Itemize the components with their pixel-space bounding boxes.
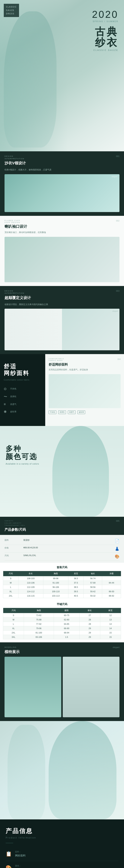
table-row: 2XL81-10068-942915 <box>3 631 121 635</box>
model-img-2 <box>63 657 120 717</box>
col-shoulder: 肩宽 <box>68 571 84 576</box>
params-title-cn: 产品参数/尺码 <box>4 527 26 532</box>
model-images <box>4 657 120 717</box>
grid-icon: ≡ <box>4 402 8 406</box>
params-label-en: VARIETY COLOR VARIETY TRANSPARENT VEIL <box>4 520 26 527</box>
table-row: L112-10996-10638.558.56 <box>3 585 121 589</box>
product-info-title-cn: 产品信息 <box>6 827 118 835</box>
cuff-image <box>4 237 120 282</box>
table-row: S73-8260-752712 <box>3 613 121 618</box>
tag-lightweight: 超轻薄 <box>77 410 85 414</box>
feature-elastic: 〜 高弹性 <box>4 394 41 399</box>
fabric-icon: 📄 <box>115 539 120 543</box>
comfortable-image <box>49 374 121 408</box>
fabric-left-panel: 舒适 网纱面料 Comfortable cotton fabric ⊙ 不掉色 … <box>0 354 45 426</box>
flat-table: 尺码 胸围 腰围 裤长 裤宽 S73-8260-752712M75-8862-8… <box>3 608 121 639</box>
model-header: MODELING 模特展示 elegant <box>4 646 120 654</box>
design-label-en: DESIGN INTERPRETATION <box>4 155 26 160</box>
feature-tags: 不掉色 高弹性 高透气 超轻薄 <box>49 410 121 414</box>
model-section: MODELING 模特展示 elegant <box>0 642 124 721</box>
model-title-cn: 模特展示 <box>4 649 19 654</box>
design-image: elegant <box>4 174 120 212</box>
redefine-label-en: DESIGN INTERPRETATION <box>4 290 31 294</box>
product-info-item-fabric: 📋 面料： 网纱面料 <box>6 847 118 861</box>
fabric-section: 舒适 网纱面料 Comfortable cotton fabric ⊙ 不掉色 … <box>0 354 124 426</box>
wave-icon: 〜 <box>4 394 8 399</box>
redefine-image: elegant <box>4 309 120 350</box>
hero-label-box: CLASSIC GAUZE DRESS <box>4 4 19 17</box>
model-sublabel: elegant <box>113 646 120 648</box>
suit-table-header-row: 尺码 衣长 胸围 肩宽 袖长 净重 <box>3 571 121 576</box>
col-chest: 胸围 <box>43 571 69 576</box>
tag-breathable: 高透气 <box>68 410 76 414</box>
color-icon: 🎨 <box>115 554 120 559</box>
color-palette-icon: 🎨 <box>6 865 12 868</box>
flat-col-waist: 腰围 <box>54 608 79 613</box>
col-size: 尺码 <box>3 571 18 576</box>
fabric-doc-icon: 📋 <box>6 851 12 857</box>
fabric-features: ⊙ 不掉色 〜 高弹性 ≡ 高透气 ❋ 超轻薄 <box>4 387 41 417</box>
circle-icon: ⊙ <box>4 387 8 391</box>
col-length: 衣长 <box>18 571 43 576</box>
table-row: L77-9264-852814 <box>3 622 121 626</box>
fabric-title: 舒适 网纱面料 <box>4 363 41 377</box>
dance-photo-section <box>0 721 124 819</box>
params-list: 面料 双层纱 📄 价格 ¥89.00-¥129.00 👗 尺码 S/M/L/XL… <box>0 535 124 563</box>
param-row-size: 价格 ¥89.00-¥129.00 👗 <box>4 545 120 553</box>
cuff-header: FLARED CUFF CUFF DESIGN 喇叭袖口设计 002 <box>4 220 120 229</box>
design-desc: 经典V领设计，优雅大方，修饰颈部线条，凸显气质 <box>4 168 120 172</box>
fabric-value: 网纱面料 <box>15 854 26 858</box>
hero-title-cn: 古典 纱衣 <box>92 26 118 48</box>
redefine-number: 003 <box>116 290 120 292</box>
comfortable-number: 004 <box>117 358 121 360</box>
redefine-header: DESIGN INTERPRETATION 超颠覆定义设计 003 <box>4 290 120 300</box>
table-row: XL114-112100-11039.559.4286-50 <box>3 589 121 594</box>
cuff-number: 002 <box>116 220 120 222</box>
table-row: XL79-9666-902914 <box>3 626 121 631</box>
table-row: 3XL83-1061.52915 <box>3 635 121 639</box>
col-sleeve: 袖长 <box>84 571 102 576</box>
colors-left-text: 多种 颜色可选 Available in a variety of colors <box>6 445 39 465</box>
colors-title-cn: 多种 颜色可选 <box>6 445 39 461</box>
colors-dancer-section: 多种 颜色可选 Available in a variety of colors <box>0 426 124 517</box>
cuff-desc: 宽松喇叭袖口，舞动时如蝴蝶振翅，优美飘逸 <box>4 230 120 234</box>
color-label: 颜色： <box>15 864 34 867</box>
redefine-desc: 创新设计理念，重新定义古典与现代的融合之美 <box>4 303 120 306</box>
tag-no-fade: 不掉色 <box>49 410 56 414</box>
table-row: S108-10389-9636.556.74 <box>3 576 121 581</box>
flat-col-size: 尺码 <box>3 608 24 613</box>
suit-size-table: 套装尺码 尺码 衣长 胸围 肩宽 袖长 净重 S108-10389-9636.5… <box>0 563 124 601</box>
flared-cuff-section: FLARED CUFF CUFF DESIGN 喇叭袖口设计 002 宽松喇叭袖… <box>0 216 124 286</box>
product-info-section: 产品信息 Product Information 📋 面料： 网纱面料 🎨 颜色… <box>0 819 124 868</box>
suit-table: 尺码 衣长 胸围 肩宽 袖长 净重 S108-10389-9636.556.74… <box>3 571 121 598</box>
flower-icon: ❋ <box>4 410 8 414</box>
feature-no-fade: ⊙ 不掉色 <box>4 387 41 391</box>
product-info-title-en: Product Information <box>6 836 118 839</box>
flat-size-table: 平铺尺码 尺码 胸围 腰围 裤长 裤宽 S73-8260-752712M75-8… <box>0 599 124 642</box>
redefine-section: DESIGN INTERPRETATION 超颠覆定义设计 003 创新设计理念… <box>0 286 124 354</box>
table-row: M110-10691-10037.557.6884-44 <box>3 581 121 585</box>
cuff-title-cn: 喇叭袖口设计 <box>4 224 27 229</box>
model-label-en: MODELING <box>4 646 19 649</box>
design-sublabel: elegant <box>112 176 117 178</box>
hero-year: 2020 <box>92 9 118 19</box>
colors-subtitle-en: Available in a variety of colors <box>6 463 39 465</box>
flat-col-pants-length: 裤长 <box>79 608 100 613</box>
design-interpretation-section: DESIGN INTERPRETATION 沙衣V领设计 001 经典V领设计，… <box>0 151 124 216</box>
hero-section: 2020 SPRING / SUMMER 古典 纱衣 CLASSIC GAUZE… <box>0 0 124 151</box>
model-img-1 <box>4 657 61 717</box>
comfortable-label-en: COMFORTABLE FABRIC BAND <box>49 358 121 361</box>
flat-col-chest: 胸围 <box>24 608 54 613</box>
fabric-label: 面料： <box>15 850 26 853</box>
design-number: 001 <box>116 155 120 157</box>
fabric-subtitle: Comfortable cotton fabric <box>4 378 41 381</box>
feature-breathable: ≡ 高透气 <box>4 402 41 406</box>
tag-elastic: 高弹性 <box>58 410 66 414</box>
param-row-fabric: 面料 双层纱 📄 <box>4 537 120 545</box>
design-title-cn: 沙衣V领设计 <box>4 161 26 166</box>
params-header: VARIETY COLOR VARIETY TRANSPARENT VEIL 产… <box>0 517 124 535</box>
params-number: 005 <box>116 520 120 522</box>
hero-subtitle: SPRING / SUMMER <box>92 21 118 23</box>
suit-table-title: 套装尺码 <box>3 566 121 569</box>
hero-title-label: CLASSIC GAUZE <box>92 49 118 51</box>
